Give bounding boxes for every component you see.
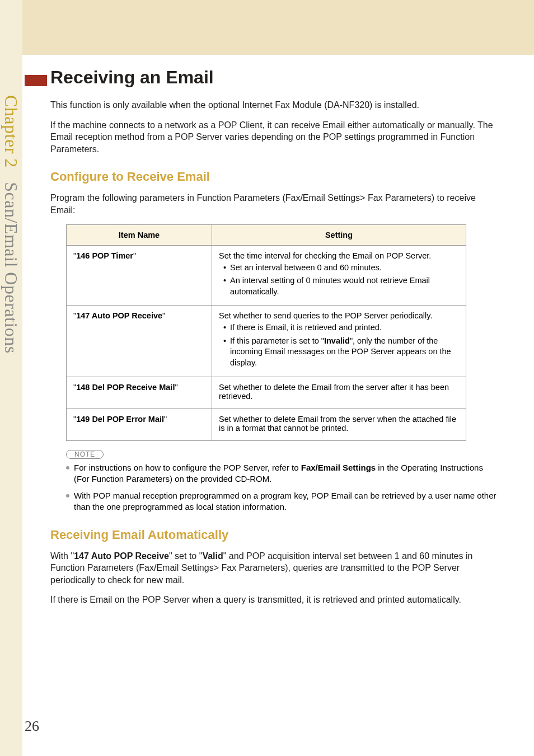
- intro-paragraph-2: If the machine connects to a network as …: [50, 119, 500, 156]
- table-cell-item: "148 Del POP Receive Mail": [67, 377, 212, 408]
- settings-table: Item Name Setting "146 POP Timer"Set the…: [66, 224, 466, 441]
- intro-paragraph-1: This function is only available when the…: [50, 99, 500, 111]
- section2-p2: If there is Email on the POP Server when…: [50, 594, 500, 606]
- table-cell-setting: Set whether to delete the Email from the…: [212, 377, 466, 408]
- table-cell-setting: Set whether to send queries to the POP S…: [212, 306, 466, 377]
- section-marker: [25, 75, 47, 86]
- section2-p1: With "147 Auto POP Receive" set to "Vali…: [50, 550, 500, 586]
- section-heading-configure: Configure to Receive Email: [50, 170, 500, 184]
- page-content: Receiving an Email This function is only…: [50, 67, 500, 614]
- section-heading-auto: Receiving Email Automatically: [50, 528, 500, 542]
- table-cell-item: "146 POP Timer": [67, 245, 212, 306]
- sidebar-title: Chapter 2 Scan/Email Operations: [1, 95, 21, 354]
- table-row: "148 Del POP Receive Mail"Set whether to…: [67, 377, 466, 408]
- table-row: "147 Auto POP Receive"Set whether to sen…: [67, 306, 466, 377]
- note-item: With POP manual reception preprogrammed …: [66, 490, 500, 513]
- table-header-setting: Setting: [212, 224, 466, 245]
- page-number: 26: [25, 718, 39, 735]
- table-cell-item: "149 Del POP Error Mail": [67, 408, 212, 440]
- chapter-label: Chapter 2: [1, 95, 21, 168]
- page-heading: Receiving an Email: [50, 67, 500, 88]
- table-header-item: Item Name: [67, 224, 212, 245]
- chapter-title: Scan/Email Operations: [1, 182, 21, 353]
- notes-list: For instructions on how to configure the…: [50, 462, 500, 513]
- note-label: NOTE: [66, 450, 104, 459]
- table-row: "146 POP Timer"Set the time interval for…: [67, 245, 466, 306]
- table-cell-setting: Set whether to delete Email from the ser…: [212, 408, 466, 440]
- header-bar: [0, 0, 534, 55]
- table-row: "149 Del POP Error Mail"Set whether to d…: [67, 408, 466, 440]
- table-cell-item: "147 Auto POP Receive": [67, 306, 212, 377]
- note-item: For instructions on how to configure the…: [66, 462, 500, 485]
- table-cell-setting: Set the time interval for checking the E…: [212, 245, 466, 306]
- section1-intro: Program the following parameters in Func…: [50, 192, 500, 216]
